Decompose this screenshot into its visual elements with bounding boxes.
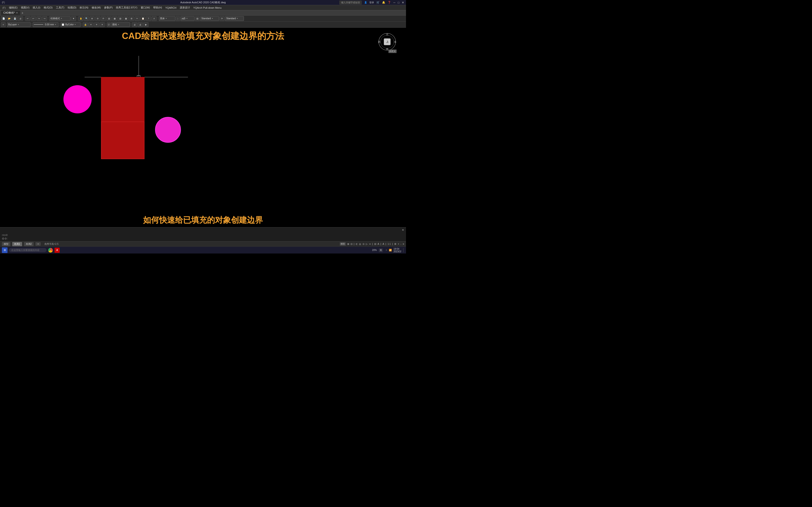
zoom-in-button[interactable]: ⊕ (90, 16, 95, 21)
grid-btn[interactable]: ⊞ (347, 243, 349, 245)
ortho-btn[interactable]: ⊏ (356, 243, 358, 245)
layer-btn-sun3[interactable]: ☀ (100, 22, 105, 27)
menu-item-format[interactable]: 格式(O) (42, 5, 54, 10)
tab-add-button[interactable]: + (20, 11, 25, 15)
menu-item-yuanquan[interactable]: 源泉设计 (178, 5, 192, 10)
mode-arrow-button[interactable]: ▼ (71, 16, 76, 21)
font-icon-btn[interactable]: | (176, 16, 180, 21)
taskbar-search-input[interactable] (9, 248, 47, 252)
anno2-btn[interactable]: A (383, 243, 384, 245)
menu-item-help[interactable]: 帮助(H) (152, 5, 163, 10)
bell-icon[interactable]: 🔔 (382, 1, 385, 4)
linetype-dropdown[interactable]: 0.00 mm ▼ (33, 22, 58, 27)
fontsize-dropdown[interactable]: yq5 ▼ (181, 16, 195, 21)
paper-check[interactable]: ☑ (107, 22, 111, 27)
menu-item-dim[interactable]: 标注(N) (78, 5, 90, 10)
window-close[interactable]: ✕ (402, 1, 404, 4)
layer-manager-btn[interactable]: ≡ (1, 22, 6, 27)
dim-dropdown[interactable]: Standard ▼ (225, 16, 244, 21)
menu-item-yqarch[interactable]: YQARCH (164, 6, 178, 10)
help-icon[interactable]: ❓ (388, 1, 391, 4)
plus-btn[interactable]: + (398, 243, 399, 245)
orbit-button[interactable]: ⟳ (101, 16, 106, 21)
undo2-button[interactable]: ↩ (31, 16, 36, 21)
undo-button[interactable]: ↩ (25, 16, 30, 21)
more-btn[interactable]: ≡ (403, 243, 404, 245)
style-dropdown[interactable]: Standard ▼ (200, 16, 219, 21)
menu-item-insert[interactable]: 插入(I) (31, 5, 42, 10)
show-desktop[interactable] (403, 248, 404, 252)
zoom-button[interactable]: 🔍 (84, 16, 89, 21)
layer-btn8[interactable]: ? (146, 16, 151, 21)
layout-tab-2[interactable]: 布局2 (24, 242, 34, 246)
layer-btn1[interactable]: ▤ (106, 16, 112, 21)
tab-cad-tutorial[interactable]: CAD教程* ✕ (1, 10, 20, 15)
layer-btn3[interactable]: ▨ (118, 16, 123, 21)
window-minimize[interactable]: ─ (393, 1, 395, 4)
plot3-btn[interactable]: ▶ (143, 22, 149, 27)
plot-btn[interactable]: 🖨 (132, 22, 137, 27)
layer-btn7[interactable]: 📋 (140, 16, 145, 21)
zoom-out-button[interactable]: ⊖ (95, 16, 100, 21)
text-height-btn[interactable]: A (152, 16, 157, 21)
layer-btn-sun[interactable]: ☀ (88, 22, 94, 27)
redo2-button[interactable]: ↪ (42, 16, 47, 21)
layer-btn-lock[interactable]: 🔒 (83, 22, 88, 27)
menu-item-view[interactable]: 视图(V) (19, 5, 31, 10)
layer-btn-sun2[interactable]: ☀ (94, 22, 99, 27)
settings-btn[interactable]: ⚙ (394, 243, 396, 245)
user-icon[interactable]: 👤 (364, 1, 367, 4)
snap-btn[interactable]: ⊡ (351, 243, 352, 245)
redo-button[interactable]: ↪ (37, 16, 42, 21)
anno-btn[interactable]: A (377, 243, 379, 245)
font-dropdown-label: 黑体 (160, 17, 165, 20)
layer-dropdown[interactable]: ByLayer ▼ (7, 22, 31, 27)
menu-item-modify[interactable]: 修改(M) (90, 5, 102, 10)
layer-btn2[interactable]: ▦ (112, 16, 117, 21)
menu-item-param[interactable]: 参数(P) (103, 5, 114, 10)
dyn-btn[interactable]: ▷ (366, 243, 368, 245)
polar-btn[interactable]: ◎ (359, 243, 361, 245)
tab-close-button[interactable]: ✕ (16, 11, 18, 14)
layout-tab-model[interactable]: 模型 (2, 242, 10, 246)
lw-btn[interactable]: ═ (369, 243, 371, 245)
paper-dropdown[interactable]: 图纸 ▼ (111, 22, 130, 27)
osnap-btn[interactable]: ⊙ (362, 243, 364, 245)
mode-dropdown[interactable]: 经典模式 ▼ (49, 16, 70, 21)
layer-btn6[interactable]: ✂ (135, 16, 140, 21)
menu-item-f[interactable]: (F) (1, 6, 7, 10)
search-input-area[interactable]: 键入关键字或短语 (339, 0, 362, 5)
menu-item-tools[interactable]: 工具(T) (54, 5, 66, 10)
layer-btn4[interactable]: ▩ (123, 16, 129, 21)
save-button[interactable]: 💾 (12, 16, 17, 21)
menu-item-yqarch-menu[interactable]: YQArch Pull-down Menu (192, 6, 223, 10)
model-label[interactable]: 模型 (340, 242, 346, 246)
refresh-btn[interactable]: ⟳ (219, 16, 224, 21)
tray-lang[interactable]: 英 (379, 248, 383, 252)
color-dropdown[interactable]: ByColor ▼ (61, 22, 81, 27)
plot2-btn[interactable]: 🖨 (138, 22, 143, 27)
new-button[interactable]: 📄 (1, 16, 6, 21)
autocad-app-icon[interactable]: A (54, 247, 60, 253)
window-maximize[interactable]: □ (398, 1, 399, 4)
menu-item-window[interactable]: 窗口(W) (139, 5, 152, 10)
layout-tab-add[interactable]: + (36, 242, 41, 246)
minus-btn[interactable]: - (401, 243, 401, 245)
menu-item-edit[interactable]: 编辑(E) (7, 5, 19, 10)
menu-item-draw[interactable]: 绘图(D) (66, 5, 78, 10)
menu-item-yanxiu[interactable]: 燕秀工具箱2.87(Y) (114, 5, 139, 10)
start-button[interactable]: ⊞ (2, 247, 7, 253)
cart-icon[interactable]: 🛒 (376, 1, 380, 4)
layer-btn5[interactable]: ⊞ (129, 16, 134, 21)
cmd-close-button[interactable]: ✕ (402, 228, 404, 232)
print-button[interactable]: 🖨 (18, 16, 23, 21)
chrome-app-icon[interactable] (48, 247, 53, 253)
open-button[interactable]: 📂 (7, 16, 12, 21)
pan-button[interactable]: ✋ (78, 16, 84, 21)
text-icon-btn[interactable]: ▤ (195, 16, 200, 21)
isolate-btn[interactable]: ⊟ (374, 243, 376, 245)
layout-tab-1[interactable]: 布局1 (12, 242, 22, 246)
cmd-input[interactable] (9, 237, 404, 240)
login-button[interactable]: 登录 (369, 1, 374, 4)
font-dropdown[interactable]: 黑体 ▼ (159, 16, 175, 21)
